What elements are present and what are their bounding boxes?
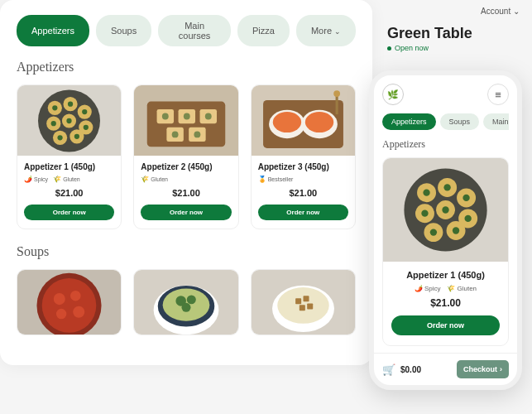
wheat-icon: 🌾 bbox=[53, 176, 61, 183]
mobile-order-button[interactable]: Order now bbox=[391, 315, 500, 335]
wheat-icon: 🌾 bbox=[141, 176, 149, 183]
tab-more[interactable]: More⌄ bbox=[296, 15, 356, 46]
tag-gluten: 🌾Gluten bbox=[447, 285, 477, 292]
tab-soups[interactable]: Soups bbox=[96, 15, 151, 46]
order-button[interactable]: Order now bbox=[258, 205, 348, 220]
dish-price: $21.00 bbox=[391, 297, 500, 309]
dish-image bbox=[134, 85, 237, 156]
mobile-tab-soups[interactable]: Soups bbox=[440, 113, 480, 130]
chili-icon: 🌶️ bbox=[24, 176, 32, 183]
mobile-preview: 🌿 ≡ Appetizers Soups Main cou Appetizers… bbox=[369, 70, 522, 390]
tab-appetizers[interactable]: Appetizers bbox=[17, 15, 89, 46]
order-button[interactable]: Order now bbox=[24, 205, 114, 220]
tab-pizza[interactable]: Pizza bbox=[237, 15, 290, 46]
brand-logo: 🌿 bbox=[382, 84, 404, 105]
dish-image bbox=[17, 85, 121, 156]
dish-name: Appetizer 1 (450g) bbox=[391, 270, 500, 280]
mobile-section-heading: Appetizers bbox=[382, 138, 509, 151]
restaurant-header: Green Table Open now bbox=[387, 25, 520, 52]
chili-icon: 🌶️ bbox=[415, 285, 423, 292]
tag-spicy: 🌶️Spicy bbox=[24, 176, 48, 183]
wheat-icon: 🌾 bbox=[447, 285, 455, 292]
menu-card[interactable] bbox=[251, 269, 356, 335]
cart-icon: 🛒 bbox=[382, 363, 395, 376]
menu-card[interactable] bbox=[17, 269, 122, 335]
dish-name: Appetizer 1 (450g) bbox=[24, 162, 114, 171]
restaurant-name: Green Table bbox=[387, 25, 520, 42]
open-status: Open now bbox=[387, 44, 520, 52]
mobile-category-tabs: Appetizers Soups Main cou bbox=[382, 113, 509, 130]
appetizers-grid: Appetizer 1 (450g) 🌶️Spicy 🌾Gluten $21.0… bbox=[17, 84, 356, 229]
status-dot-icon bbox=[387, 46, 391, 51]
tag-bestseller: 🏅Bestseller bbox=[258, 176, 294, 183]
menu-card[interactable]: Appetizer 3 (450g) 🏅Bestseller $21.00 Or… bbox=[251, 84, 356, 229]
dish-price: $21.00 bbox=[141, 188, 231, 198]
dish-image bbox=[252, 85, 355, 156]
chevron-down-icon: ⌄ bbox=[513, 7, 520, 16]
dish-image bbox=[17, 270, 121, 335]
dish-price: $21.00 bbox=[258, 188, 348, 198]
category-tabs: Appetizers Soups Main courses Pizza More… bbox=[17, 15, 356, 46]
mobile-cart-footer: 🛒 $0.00 Checkout› bbox=[374, 353, 517, 385]
soups-grid bbox=[17, 269, 356, 335]
desktop-menu-panel: Appetizers Soups Main courses Pizza More… bbox=[0, 0, 372, 365]
dish-price: $21.00 bbox=[24, 188, 114, 198]
dish-name: Appetizer 3 (450g) bbox=[258, 162, 348, 171]
tag-spicy: 🌶️Spicy bbox=[415, 285, 441, 292]
checkout-button[interactable]: Checkout› bbox=[457, 360, 509, 378]
mobile-tab-main[interactable]: Main cou bbox=[483, 113, 509, 130]
mobile-tab-appetizers[interactable]: Appetizers bbox=[382, 113, 436, 130]
dish-image bbox=[252, 270, 355, 335]
menu-card[interactable]: Appetizer 1 (450g) 🌶️Spicy 🌾Gluten $21.0… bbox=[17, 84, 122, 229]
cart-total: $0.00 bbox=[400, 365, 421, 374]
dish-name: Appetizer 2 (450g) bbox=[141, 162, 231, 171]
dish-image bbox=[134, 270, 237, 335]
tab-main-courses[interactable]: Main courses bbox=[158, 15, 231, 46]
cart-summary[interactable]: 🛒 $0.00 bbox=[382, 363, 421, 376]
chevron-down-icon: ⌄ bbox=[334, 27, 341, 36]
mobile-menu-card[interactable]: Appetizer 1 (450g) 🌶️Spicy 🌾Gluten $21.0… bbox=[382, 157, 509, 346]
chevron-right-icon: › bbox=[500, 365, 502, 373]
section-heading-soups: Soups bbox=[17, 244, 356, 259]
account-link[interactable]: Account ⌄ bbox=[481, 7, 520, 16]
tag-gluten: 🌾Gluten bbox=[141, 176, 168, 183]
menu-button[interactable]: ≡ bbox=[487, 84, 509, 105]
dish-image bbox=[383, 158, 508, 262]
medal-icon: 🏅 bbox=[258, 176, 266, 183]
order-button[interactable]: Order now bbox=[141, 205, 231, 220]
tag-gluten: 🌾Gluten bbox=[53, 176, 80, 183]
section-heading-appetizers: Appetizers bbox=[17, 60, 356, 75]
menu-card[interactable]: Appetizer 2 (450g) 🌾Gluten $21.00 Order … bbox=[133, 84, 238, 229]
menu-card[interactable] bbox=[133, 269, 238, 335]
